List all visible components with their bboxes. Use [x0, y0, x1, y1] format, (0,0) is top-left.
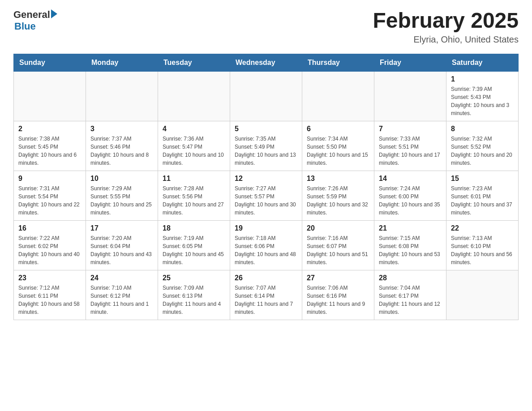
day-info: Sunrise: 7:35 AMSunset: 5:49 PMDaylight:…: [235, 135, 297, 167]
title-block: February 2025 Elyria, Ohio, United State…: [373, 9, 519, 45]
calendar-cell: 25Sunrise: 7:09 AMSunset: 6:13 PMDayligh…: [158, 270, 230, 320]
logo-blue: Blue: [14, 21, 57, 32]
calendar-cell: 13Sunrise: 7:26 AMSunset: 5:59 PMDayligh…: [302, 171, 374, 220]
calendar-cell: 1Sunrise: 7:39 AMSunset: 5:43 PMDaylight…: [446, 71, 519, 121]
calendar-cell: [86, 71, 158, 121]
calendar-cell: [302, 71, 374, 121]
day-info: Sunrise: 7:15 AMSunset: 6:08 PMDaylight:…: [379, 234, 442, 266]
day-info: Sunrise: 7:39 AMSunset: 5:43 PMDaylight:…: [451, 85, 514, 117]
calendar-cell: 22Sunrise: 7:13 AMSunset: 6:10 PMDayligh…: [446, 220, 519, 270]
day-number: 5: [235, 125, 297, 133]
calendar-cell: [158, 71, 230, 121]
calendar-cell: 6Sunrise: 7:34 AMSunset: 5:50 PMDaylight…: [302, 121, 374, 171]
day-number: 28: [379, 274, 442, 282]
day-number: 8: [451, 125, 514, 133]
day-info: Sunrise: 7:32 AMSunset: 5:52 PMDaylight:…: [451, 135, 514, 167]
day-info: Sunrise: 7:23 AMSunset: 6:01 PMDaylight:…: [451, 184, 514, 217]
logo-general: General: [13, 9, 50, 21]
day-info: Sunrise: 7:18 AMSunset: 6:06 PMDaylight:…: [235, 234, 297, 266]
day-info: Sunrise: 7:29 AMSunset: 5:55 PMDaylight:…: [90, 184, 153, 217]
day-number: 3: [90, 125, 153, 133]
day-number: 26: [235, 274, 297, 282]
day-number: 4: [163, 125, 225, 133]
calendar-cell: 21Sunrise: 7:15 AMSunset: 6:08 PMDayligh…: [374, 220, 446, 270]
day-info: Sunrise: 7:24 AMSunset: 6:00 PMDaylight:…: [379, 184, 442, 217]
calendar-cell: 15Sunrise: 7:23 AMSunset: 6:01 PMDayligh…: [446, 171, 519, 220]
weekday-header-wednesday: Wednesday: [230, 54, 302, 71]
calendar-cell: 20Sunrise: 7:16 AMSunset: 6:07 PMDayligh…: [302, 220, 374, 270]
calendar-cell: 27Sunrise: 7:06 AMSunset: 6:16 PMDayligh…: [302, 270, 374, 320]
day-info: Sunrise: 7:36 AMSunset: 5:47 PMDaylight:…: [163, 135, 225, 167]
calendar-cell: 24Sunrise: 7:10 AMSunset: 6:12 PMDayligh…: [86, 270, 158, 320]
day-info: Sunrise: 7:13 AMSunset: 6:10 PMDaylight:…: [451, 234, 514, 266]
weekday-header-friday: Friday: [374, 54, 446, 71]
day-info: Sunrise: 7:19 AMSunset: 6:05 PMDaylight:…: [163, 234, 225, 266]
calendar-cell: 2Sunrise: 7:38 AMSunset: 5:45 PMDaylight…: [14, 121, 86, 171]
calendar-cell: 3Sunrise: 7:37 AMSunset: 5:46 PMDaylight…: [86, 121, 158, 171]
calendar-cell: 26Sunrise: 7:07 AMSunset: 6:14 PMDayligh…: [230, 270, 302, 320]
day-number: 27: [307, 274, 369, 282]
day-info: Sunrise: 7:07 AMSunset: 6:14 PMDaylight:…: [235, 284, 297, 316]
day-info: Sunrise: 7:31 AMSunset: 5:54 PMDaylight:…: [18, 184, 81, 217]
weekday-header-monday: Monday: [86, 54, 158, 71]
day-number: 24: [90, 274, 153, 282]
calendar-cell: 7Sunrise: 7:33 AMSunset: 5:51 PMDaylight…: [374, 121, 446, 171]
day-info: Sunrise: 7:26 AMSunset: 5:59 PMDaylight:…: [307, 184, 369, 217]
calendar-cell: 18Sunrise: 7:19 AMSunset: 6:05 PMDayligh…: [158, 220, 230, 270]
calendar-cell: 14Sunrise: 7:24 AMSunset: 6:00 PMDayligh…: [374, 171, 446, 220]
day-info: Sunrise: 7:34 AMSunset: 5:50 PMDaylight:…: [307, 135, 369, 167]
weekday-header-saturday: Saturday: [446, 54, 519, 71]
day-number: 14: [379, 175, 442, 183]
day-info: Sunrise: 7:09 AMSunset: 6:13 PMDaylight:…: [163, 284, 225, 316]
day-info: Sunrise: 7:33 AMSunset: 5:51 PMDaylight:…: [379, 135, 442, 167]
day-info: Sunrise: 7:06 AMSunset: 6:16 PMDaylight:…: [307, 284, 369, 316]
week-row-5: 23Sunrise: 7:12 AMSunset: 6:11 PMDayligh…: [14, 270, 519, 320]
day-number: 13: [307, 175, 369, 183]
day-number: 6: [307, 125, 369, 133]
page-header: General Blue February 2025 Elyria, Ohio,…: [13, 9, 519, 45]
calendar-cell: [446, 270, 519, 320]
calendar-cell: 10Sunrise: 7:29 AMSunset: 5:55 PMDayligh…: [86, 171, 158, 220]
calendar-cell: 11Sunrise: 7:28 AMSunset: 5:56 PMDayligh…: [158, 171, 230, 220]
day-number: 2: [18, 125, 81, 133]
day-number: 15: [451, 175, 514, 183]
calendar-cell: 12Sunrise: 7:27 AMSunset: 5:57 PMDayligh…: [230, 171, 302, 220]
day-number: 7: [379, 125, 442, 133]
day-number: 17: [90, 224, 153, 232]
day-number: 23: [18, 274, 81, 282]
day-number: 11: [163, 175, 225, 183]
day-info: Sunrise: 7:20 AMSunset: 6:04 PMDaylight:…: [90, 234, 153, 266]
week-row-2: 2Sunrise: 7:38 AMSunset: 5:45 PMDaylight…: [14, 121, 519, 171]
day-number: 18: [163, 224, 225, 232]
calendar-subtitle: Elyria, Ohio, United States: [373, 34, 519, 45]
calendar-cell: 8Sunrise: 7:32 AMSunset: 5:52 PMDaylight…: [446, 121, 519, 171]
calendar-cell: 9Sunrise: 7:31 AMSunset: 5:54 PMDaylight…: [14, 171, 86, 220]
day-number: 10: [90, 175, 153, 183]
calendar-cell: 5Sunrise: 7:35 AMSunset: 5:49 PMDaylight…: [230, 121, 302, 171]
weekday-header-row: SundayMondayTuesdayWednesdayThursdayFrid…: [14, 54, 519, 71]
day-number: 16: [18, 224, 81, 232]
calendar-cell: 4Sunrise: 7:36 AMSunset: 5:47 PMDaylight…: [158, 121, 230, 171]
logo-arrow-icon: [51, 9, 57, 18]
logo: General Blue: [13, 9, 57, 32]
day-info: Sunrise: 7:04 AMSunset: 6:17 PMDaylight:…: [379, 284, 442, 316]
calendar-cell: 16Sunrise: 7:22 AMSunset: 6:02 PMDayligh…: [14, 220, 86, 270]
calendar-cell: [230, 71, 302, 121]
day-number: 25: [163, 274, 225, 282]
day-number: 1: [451, 75, 514, 83]
day-info: Sunrise: 7:22 AMSunset: 6:02 PMDaylight:…: [18, 234, 81, 266]
weekday-header-thursday: Thursday: [302, 54, 374, 71]
day-number: 12: [235, 175, 297, 183]
day-info: Sunrise: 7:16 AMSunset: 6:07 PMDaylight:…: [307, 234, 369, 266]
calendar-cell: 17Sunrise: 7:20 AMSunset: 6:04 PMDayligh…: [86, 220, 158, 270]
day-info: Sunrise: 7:10 AMSunset: 6:12 PMDaylight:…: [90, 284, 153, 316]
day-info: Sunrise: 7:27 AMSunset: 5:57 PMDaylight:…: [235, 184, 297, 217]
calendar-cell: 28Sunrise: 7:04 AMSunset: 6:17 PMDayligh…: [374, 270, 446, 320]
day-number: 21: [379, 224, 442, 232]
day-info: Sunrise: 7:28 AMSunset: 5:56 PMDaylight:…: [163, 184, 225, 217]
day-number: 20: [307, 224, 369, 232]
calendar-cell: 23Sunrise: 7:12 AMSunset: 6:11 PMDayligh…: [14, 270, 86, 320]
calendar-cell: [14, 71, 86, 121]
day-info: Sunrise: 7:38 AMSunset: 5:45 PMDaylight:…: [18, 135, 81, 167]
day-number: 9: [18, 175, 81, 183]
